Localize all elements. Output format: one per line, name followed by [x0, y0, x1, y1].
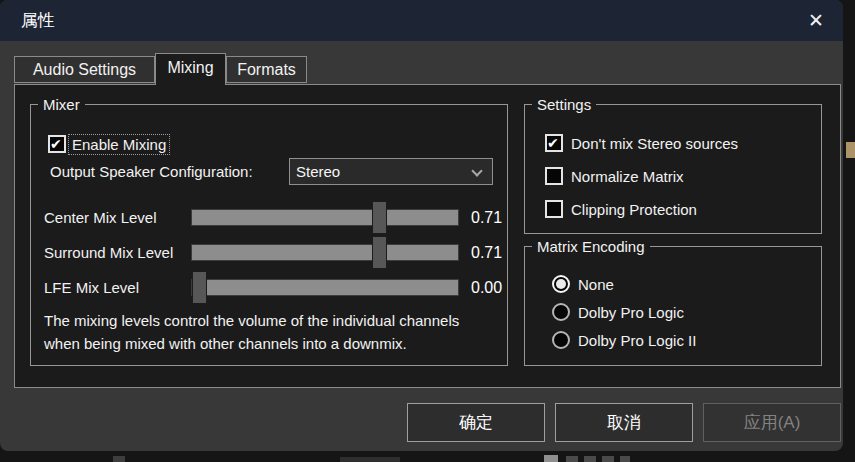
dont-mix-stereo-checkbox[interactable]: ✔ — [545, 134, 563, 152]
close-icon[interactable]: ✕ — [802, 7, 830, 35]
properties-dialog: 属性 ✕ Audio Settings Mixing Formats Mixer… — [0, 0, 843, 451]
background-window-fragment — [113, 456, 125, 462]
lfe-mix-slider[interactable] — [191, 279, 459, 296]
cancel-button[interactable]: 取消 — [555, 403, 693, 442]
background-window-fragment — [566, 456, 578, 462]
titlebar[interactable]: 属性 ✕ — [0, 0, 843, 41]
check-icon: ✔ — [547, 136, 559, 150]
apply-button: 应用(A) — [703, 403, 841, 442]
enable-mixing-label[interactable]: Enable Mixing — [69, 135, 169, 154]
clipping-protection-label[interactable]: Clipping Protection — [571, 201, 697, 218]
lfe-mix-label: LFE Mix Level — [44, 279, 139, 296]
matrix-encoding-group: Matrix Encoding None Dolby Pro Logic Dol… — [524, 246, 822, 366]
center-mix-label: Center Mix Level — [44, 209, 157, 226]
mixer-group-title: Mixer — [38, 96, 85, 113]
surround-mix-slider[interactable] — [191, 244, 459, 261]
matrix-dolby-pro-logic2-radio[interactable] — [552, 331, 570, 349]
matrix-dolby-pro-logic-radio[interactable] — [552, 303, 570, 321]
background-window-fragment — [584, 456, 596, 462]
surround-mix-value: 0.71 — [471, 244, 531, 262]
output-speaker-label: Output Speaker Configuration: — [50, 163, 253, 180]
clipping-protection-checkbox[interactable]: ✔ — [545, 200, 563, 218]
window-title: 属性 — [21, 9, 55, 32]
radio-dot-icon — [556, 279, 566, 289]
matrix-dolby-pro-logic-label[interactable]: Dolby Pro Logic — [578, 304, 684, 321]
tab-audio-settings[interactable]: Audio Settings — [14, 56, 155, 83]
tab-content-panel: Mixer ✔ Enable Mixing Output Speaker Con… — [14, 84, 841, 388]
output-speaker-select[interactable]: Stereo — [289, 158, 493, 185]
background-window-fragment — [544, 455, 558, 462]
matrix-none-radio[interactable] — [552, 275, 570, 293]
tab-mixing[interactable]: Mixing — [155, 53, 226, 85]
check-icon: ✔ — [50, 137, 62, 151]
tab-formats[interactable]: Formats — [226, 56, 307, 83]
mixing-description-line2: when being mixed with other channels int… — [44, 335, 407, 352]
normalize-matrix-checkbox[interactable]: ✔ — [545, 167, 563, 185]
output-speaker-value: Stereo — [296, 163, 340, 180]
background-window-fragment — [846, 142, 855, 158]
background-window-fragment — [602, 456, 614, 462]
settings-group: Settings ✔ Don't mix Stereo sources ✔ No… — [524, 104, 822, 234]
matrix-encoding-group-title: Matrix Encoding — [532, 238, 650, 255]
dont-mix-stereo-label[interactable]: Don't mix Stereo sources — [571, 135, 738, 152]
background-window-fragment — [340, 457, 400, 462]
matrix-dolby-pro-logic2-label[interactable]: Dolby Pro Logic II — [578, 332, 696, 349]
lfe-mix-value: 0.00 — [471, 279, 531, 297]
enable-mixing-checkbox[interactable]: ✔ — [48, 135, 66, 153]
ok-button[interactable]: 确定 — [407, 403, 545, 442]
surround-mix-label: Surround Mix Level — [44, 244, 173, 261]
settings-group-title: Settings — [532, 96, 596, 113]
center-mix-value: 0.71 — [471, 209, 531, 227]
normalize-matrix-label[interactable]: Normalize Matrix — [571, 168, 684, 185]
mixing-description-line1: The mixing levels control the volume of … — [44, 312, 459, 329]
matrix-none-label[interactable]: None — [578, 276, 614, 293]
background-window-fragment — [620, 456, 630, 462]
surround-mix-slider-handle[interactable] — [372, 236, 387, 269]
chevron-down-icon — [471, 165, 482, 176]
mixer-group: Mixer ✔ Enable Mixing Output Speaker Con… — [30, 104, 508, 366]
center-mix-slider-handle[interactable] — [372, 201, 387, 234]
lfe-mix-slider-handle[interactable] — [192, 271, 207, 304]
center-mix-slider[interactable] — [191, 209, 459, 226]
